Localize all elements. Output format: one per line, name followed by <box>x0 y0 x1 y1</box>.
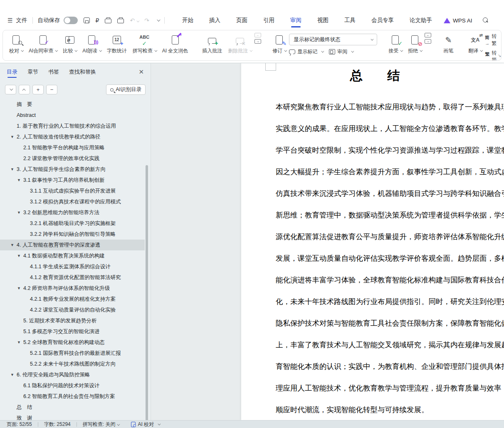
toc-item[interactable]: ▼ 6.1 隐私保护问题的技术对策设计 <box>0 380 145 391</box>
file-menu[interactable]: 文件 <box>16 17 27 24</box>
toc-item[interactable]: ▼ 总 结 <box>0 402 145 413</box>
insert-comment-button[interactable]: + 插入批注 <box>199 33 225 56</box>
autosave-toggle[interactable] <box>64 17 78 24</box>
menu-item[interactable]: 引用 <box>262 14 275 27</box>
print-icon[interactable] <box>105 19 111 23</box>
track-changes-button[interactable]: ✎ 修订 <box>269 33 289 56</box>
ai-read-aloud-button[interactable]: ))) AI朗读 <box>79 33 104 56</box>
to-simplified-button[interactable]: 繁→ 转简 <box>485 49 497 61</box>
toc-item[interactable]: ▼ 4.2 师资培养与评估体系的智能化升级 <box>0 283 145 294</box>
word-count-button[interactable]: 12+ 字数统计 <box>104 33 130 56</box>
zoom-in-outline-button[interactable]: + <box>32 85 44 94</box>
toc-item[interactable]: ▼ 摘 要 <box>0 99 145 110</box>
ink-brush-button[interactable]: ✎ 画笔 <box>440 33 457 56</box>
ai-recognize-toc-button[interactable]: AI识别目录 <box>106 84 146 95</box>
toc-item[interactable]: ▼ 3. 人工智能提升学生综合素养的新方向 <box>0 164 145 175</box>
compare-button[interactable]: ⇄ 比较 <box>60 33 79 56</box>
collapse-arrow-icon[interactable]: ▼ <box>17 286 23 290</box>
menu-item[interactable]: 开始 <box>181 14 194 27</box>
toc-item[interactable]: ▼ 6.2 智能教育工具的社会责任与限制方案 <box>0 391 145 402</box>
menu-item[interactable]: 视图 <box>316 14 329 27</box>
search-icon[interactable] <box>483 17 488 24</box>
menu-item[interactable]: 会员专享 <box>371 14 395 27</box>
toc-item[interactable]: ▼ 5.2.2 未来十年技术路线图的制定方向 <box>0 359 145 369</box>
spell-check-button[interactable]: ABC✓ 拼写检查 <box>130 33 159 56</box>
toc-item[interactable]: ▼ 5.2 全球教育智能化标准的构建动态 <box>0 337 145 348</box>
proofread-button[interactable]: 校对 <box>6 33 26 56</box>
toc-item[interactable]: ▼ 3.2.1 机器辅助项目式学习的实施框架 <box>0 218 145 229</box>
accept-change-button[interactable]: ✓ 接受 <box>385 33 405 56</box>
toc-item[interactable]: ▼ 4.1.1 学生成长监测体系的综合设计 <box>0 261 145 272</box>
wps-ai-entry[interactable]: WPS AI <box>444 17 472 24</box>
toc-item[interactable]: ▼ 5.1 多模态学习交互的智能化演进 <box>0 326 145 337</box>
next-comment-icon[interactable]: → <box>254 39 261 44</box>
collapse-arrow-icon[interactable]: ▼ <box>17 340 23 344</box>
print-preview-icon[interactable] <box>117 19 124 23</box>
collapse-arrow-icon[interactable]: ▼ <box>10 243 17 247</box>
collapse-arrow-icon[interactable]: ▼ <box>10 373 17 377</box>
redo-icon[interactable]: ↷ <box>144 17 149 23</box>
collapse-arrow-icon[interactable]: ▼ <box>17 210 23 215</box>
ai-proofread-status[interactable]: AI 校对 <box>131 421 160 428</box>
toc-item[interactable]: ▼ 2. 人工智能改造传统教学模式的路径 <box>0 131 145 142</box>
menu-item[interactable]: 插入 <box>208 14 221 27</box>
undo-icon[interactable]: ↶ <box>130 17 138 23</box>
toc-item[interactable]: ▼ 4.1 数据驱动型教育决策系统的构建 <box>0 250 145 261</box>
panel-scrollbar[interactable] <box>146 165 148 420</box>
save-icon[interactable] <box>84 17 90 23</box>
toc-item[interactable]: ▼ 致 谢 <box>0 413 145 420</box>
dialog-launcher-icon[interactable]: ↘ <box>498 53 501 58</box>
quick-access-chevron-icon[interactable] <box>157 18 160 21</box>
output-pdf-icon[interactable]: ₽ <box>96 17 99 23</box>
toc-item[interactable]: ▼ 2.1 智能教学平台的构建与应用策略 <box>0 142 145 153</box>
collapse-arrow-icon[interactable]: ▼ <box>17 254 23 258</box>
collapse-all-button[interactable] <box>5 85 16 94</box>
hamburger-icon[interactable]: ☰ <box>7 17 13 24</box>
panel-tab[interactable]: 目录 <box>7 68 17 78</box>
toc-item[interactable]: ▼ 4.2.2 课堂互动质量评估的自动化实验 <box>0 304 145 315</box>
panel-tab[interactable]: 查找和替换 <box>69 68 96 78</box>
menu-item[interactable]: 页面 <box>235 14 248 27</box>
to-traditional-button[interactable]: 简→ 转繁 <box>485 33 497 47</box>
toc-item[interactable]: ▼ 2.2 课堂教学管理的效率优化实践 <box>0 153 145 164</box>
toc-item[interactable]: ▼ 1. 基于教育行业的人工智能技术的综合运用 <box>0 121 145 131</box>
toc-item[interactable]: ▼ 3.1 叙事性学习工具的培养机制创新 <box>0 175 145 186</box>
previous-comment-icon[interactable]: ← <box>254 33 261 37</box>
next-change-icon[interactable]: → <box>425 39 431 44</box>
delete-comment-button[interactable]: ✕ 删除批注 <box>225 33 254 56</box>
document-page[interactable]: 总 结 本研究聚焦教育行业人工智能技术应用现状与趋势，取得了一系列兼具理 实践意… <box>241 63 504 420</box>
toc-item[interactable]: ▼ 3.2.2 跨学科知识融合的智能引导策略 <box>0 229 145 240</box>
previous-change-icon[interactable]: ← <box>425 33 431 37</box>
panel-tab[interactable]: 章节 <box>27 68 38 78</box>
menu-item[interactable]: 论文助手 <box>409 14 433 27</box>
reject-change-button[interactable]: ⊘ 拒绝 <box>405 33 425 56</box>
ai-contract-review-button[interactable]: ✓ AI合同审查 <box>26 33 60 56</box>
collapse-arrow-icon[interactable]: ▼ <box>10 167 17 171</box>
toc-item[interactable]: ▼ 5.2.1 国际教育科技合作的最新进展汇报 <box>0 348 145 359</box>
page-indicator[interactable]: 页面: 52/55 <box>7 421 32 428</box>
toc-item[interactable]: ▼ 4.2.1 教师专业发展的精准化支持方案 <box>0 294 145 304</box>
toc-item[interactable]: ▼ 6. 伦理安全顾虑与风险防控策略 <box>0 369 145 380</box>
collapse-arrow-icon[interactable]: ▼ <box>10 135 17 139</box>
collapse-arrow-icon[interactable]: ▼ <box>17 178 23 182</box>
panel-close-icon[interactable]: ✕ <box>138 68 144 76</box>
toc-item[interactable]: ▼ 4.1.2 教育资源优化配置的智能算法研究 <box>0 272 145 283</box>
toc-item[interactable]: ▼ 4. 人工智能在教育管理中的深度渗透 <box>0 240 145 250</box>
zoom-out-outline-button[interactable]: − <box>46 85 57 94</box>
show-markup-button[interactable]: 显示标记 <box>289 48 323 55</box>
toc-item[interactable]: ▼ 3.1.2 模拟仿真技术在课程中的应用模式 <box>0 196 145 207</box>
word-count-indicator[interactable]: 字数: 25294 <box>44 421 71 428</box>
markup-state-dropdown[interactable]: 显示标记的最终状态 <box>289 34 377 45</box>
spell-check-status[interactable]: 拼写检查: 关闭 <box>83 421 119 428</box>
toc-item[interactable]: ▼ 3.1.1 互动式虚拟实验平台的开发进展 <box>0 186 145 196</box>
review-pane-button[interactable]: 审阅 <box>329 48 353 55</box>
translate-button[interactable]: 文A⇄ 翻译 <box>465 33 485 56</box>
menu-item[interactable]: 工具 <box>343 14 356 27</box>
menu-item[interactable]: 审阅 <box>289 14 302 27</box>
expand-all-button[interactable] <box>19 85 30 94</box>
toc-item[interactable]: ▼ 5. 近期技术变革的发展趋势分析 <box>0 315 145 326</box>
panel-tab[interactable]: 书签 <box>48 68 59 78</box>
toc-item[interactable]: ▼ 3.2 创新思维能力的智能培养方法 <box>0 207 145 218</box>
toc-item[interactable]: ▼ Abstract <box>0 110 145 121</box>
ai-polish-button[interactable]: ✳ AI 全文润色 <box>159 33 191 56</box>
